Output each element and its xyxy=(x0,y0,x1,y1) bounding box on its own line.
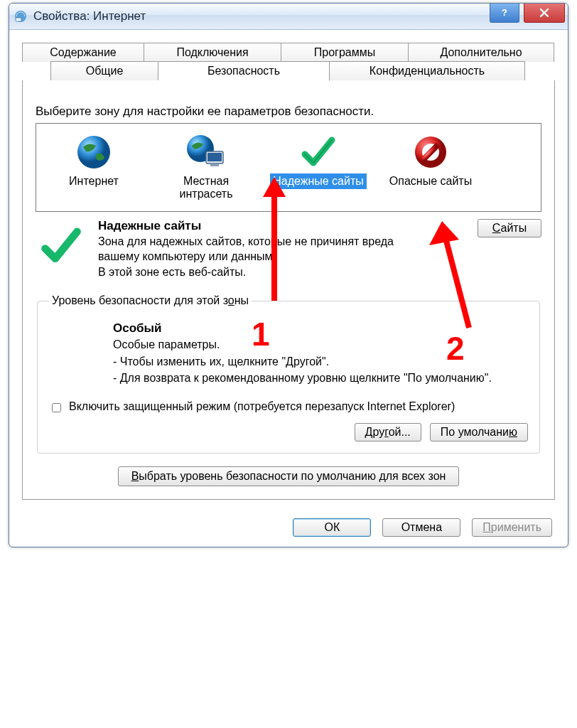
cancel-button[interactable]: Отмена xyxy=(382,518,460,537)
zone-label: Местная интрасеть xyxy=(153,173,259,203)
tabs: Содержание Подключения Программы Дополни… xyxy=(22,43,555,500)
tab-connections[interactable]: Подключения xyxy=(144,43,281,62)
svg-rect-1 xyxy=(16,18,21,21)
internet-options-icon xyxy=(14,9,28,23)
zone-detail-title: Надежные сайты xyxy=(98,219,438,233)
security-level-legend: Уровень безопасности для этой зоны xyxy=(49,294,252,307)
tab-advanced[interactable]: Дополнительно xyxy=(409,43,554,62)
prohibited-icon xyxy=(377,132,484,172)
title-controls: ? xyxy=(490,4,568,23)
svg-rect-7 xyxy=(210,164,219,166)
tab-privacy[interactable]: Конфиденциальность xyxy=(330,61,525,81)
protected-mode-row[interactable]: Включить защищенный режим (потребуется п… xyxy=(49,400,528,414)
zone-detail-desc: Зона для надежных сайтов, которые не при… xyxy=(98,235,438,264)
security-tab-panel: Выберите зону для настройки ее параметро… xyxy=(22,80,555,500)
checkmark-large-icon xyxy=(36,219,87,282)
dialog-footer: ОК Отмена Применить xyxy=(22,518,555,537)
sites-button[interactable]: Сайты xyxy=(478,219,541,237)
reset-all-zones-button[interactable]: Выбрать уровень безопасности по умолчани… xyxy=(118,466,460,486)
close-button[interactable] xyxy=(524,4,565,23)
protected-mode-label: Включить защищенный режим (потребуется п… xyxy=(69,400,455,413)
help-button[interactable]: ? xyxy=(490,4,519,23)
zone-detail: Надежные сайты Зона для надежных сайтов,… xyxy=(36,219,541,282)
zone-restricted[interactable]: Опасные сайты xyxy=(376,129,485,207)
protected-mode-checkbox[interactable] xyxy=(52,403,61,412)
tab-security[interactable]: Безопасность xyxy=(158,61,330,81)
zone-instruction: Выберите зону для настройки ее параметро… xyxy=(36,105,541,119)
zone-detail-note: В этой зоне есть веб-сайты. xyxy=(98,265,438,280)
zone-trusted[interactable]: Надежные сайты xyxy=(264,129,373,207)
zone-label: Интернет xyxy=(66,173,122,189)
globe-monitor-icon xyxy=(153,132,259,172)
tab-programs[interactable]: Программы xyxy=(281,43,409,62)
titlebar[interactable]: Свойства: Интернет ? xyxy=(9,4,568,30)
apply-button[interactable]: Применить xyxy=(472,518,552,537)
svg-text:?: ? xyxy=(502,7,507,18)
checkmark-icon xyxy=(265,132,372,172)
zone-label: Опасные сайты xyxy=(387,173,475,189)
zone-label: Надежные сайты xyxy=(270,173,367,189)
dialog-content: Содержание Подключения Программы Дополни… xyxy=(9,30,568,547)
level-line: - Чтобы изменить их, щелкните "Другой". xyxy=(113,354,528,370)
globe-icon xyxy=(41,132,147,172)
level-title: Особый xyxy=(113,321,528,336)
internet-options-dialog: Свойства: Интернет ? Содержание Подключе… xyxy=(9,3,568,547)
zone-internet[interactable]: Интернет xyxy=(39,129,149,207)
zone-list[interactable]: Интернет xyxy=(36,123,541,212)
ok-button[interactable]: ОК xyxy=(293,518,371,537)
zone-intranet[interactable]: Местная интрасеть xyxy=(151,129,261,207)
level-line: - Для возврата к рекомендованному уровню… xyxy=(113,370,528,386)
security-level-group: Уровень безопасности для этой зоны Особы… xyxy=(37,294,540,454)
level-line: Особые параметры. xyxy=(113,337,528,353)
tab-content[interactable]: Содержание xyxy=(22,43,144,62)
tab-general[interactable]: Общие xyxy=(50,61,158,81)
svg-point-3 xyxy=(77,136,110,168)
window-title: Свойства: Интернет xyxy=(33,9,146,23)
custom-level-button[interactable]: Другой... xyxy=(355,423,421,441)
default-level-button[interactable]: По умолчанию xyxy=(430,423,528,441)
svg-rect-6 xyxy=(207,153,222,161)
